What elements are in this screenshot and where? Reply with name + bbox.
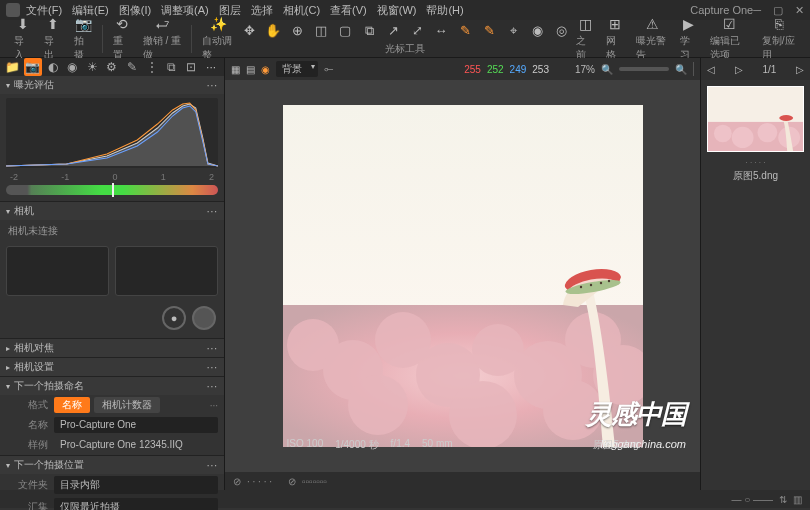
tool-zoom[interactable]: ⊕	[288, 22, 306, 40]
panel-menu[interactable]: ···	[207, 80, 218, 91]
pin-icon[interactable]: ⟜	[324, 63, 334, 75]
camera-status: 相机未连接	[0, 220, 224, 242]
watermark: 灵感中国	[586, 397, 686, 432]
tabs-menu[interactable]: ···	[202, 58, 220, 76]
shutter-button[interactable]	[192, 306, 216, 330]
menu-help[interactable]: 帮助(H)	[426, 3, 463, 18]
image-preview[interactable]	[283, 105, 643, 447]
collection-select[interactable]: 仅限最近拍摄	[54, 498, 218, 510]
browser-counter: 1/1	[762, 64, 776, 75]
play-icon: ▶	[680, 15, 698, 33]
tab-capture[interactable]: 📷	[24, 58, 42, 76]
token-name[interactable]: 名称	[54, 397, 90, 413]
histogram-title: 曝光评估	[14, 78, 54, 92]
tool-hand[interactable]: ✋	[264, 22, 282, 40]
zoom-slider[interactable]	[619, 67, 669, 71]
copy-apply-button[interactable]: ⎘复制/应用	[756, 15, 802, 62]
svg-point-15	[589, 284, 591, 286]
tab-details[interactable]: ⚙	[103, 58, 121, 76]
browser-prev-icon[interactable]: ◁	[707, 64, 715, 75]
tool-crop[interactable]: ◫	[312, 22, 330, 40]
image-metadata: ISO 1001/4000 秒f/1.450 mm原图5.dng	[283, 438, 643, 452]
zoom-value[interactable]: 17%	[575, 64, 595, 75]
exposure-meter[interactable]	[6, 185, 218, 195]
browser-layout-icon[interactable]: ▥	[793, 494, 802, 505]
warning-icon: ⚠	[643, 15, 661, 33]
color-tags[interactable]: ▫▫▫▫▫▫▫	[302, 476, 327, 487]
tokens-menu[interactable]: ···	[210, 400, 218, 411]
name-input[interactable]: Pro-Capture One	[54, 417, 218, 433]
panel-menu[interactable]: ···	[207, 206, 218, 217]
edit-selected-button[interactable]: ☑编辑已选项	[704, 15, 756, 62]
undo-redo-button[interactable]: ⮐撤销 / 重做	[137, 15, 188, 62]
token-counter[interactable]: 相机计数器	[94, 397, 160, 413]
tool-annotate[interactable]: ◎	[552, 22, 570, 40]
tab-styles[interactable]: ✎	[123, 58, 141, 76]
thumb-size-slider[interactable]: — ○ ——	[731, 494, 773, 505]
export-icon: ⬆	[44, 15, 62, 33]
tab-lens[interactable]: ◐	[44, 58, 62, 76]
reset-button[interactable]: ⟲重置	[107, 15, 137, 62]
location-title: 下一个拍摄位置	[14, 458, 84, 472]
menu-view[interactable]: 查看(V)	[330, 3, 367, 18]
record-button[interactable]: ●	[162, 306, 186, 330]
before-button[interactable]: ◫之前	[570, 15, 600, 62]
panel-menu[interactable]: ···	[207, 343, 218, 354]
naming-title: 下一个拍摄命名	[14, 379, 84, 393]
svg-point-24	[779, 115, 793, 121]
tool-brush[interactable]: ✎	[456, 22, 474, 40]
background-select[interactable]: 背景	[276, 61, 318, 77]
panel-menu[interactable]: ···	[207, 362, 218, 373]
svg-point-10	[348, 375, 408, 435]
learn-button[interactable]: ▶学习	[674, 15, 704, 62]
tool-erase[interactable]: ✎	[480, 22, 498, 40]
thumb-rating[interactable]: · · · · ·	[701, 158, 810, 167]
tool-picker[interactable]: ⌖	[504, 22, 522, 40]
menu-window[interactable]: 视窗(W)	[377, 3, 417, 18]
browser-sort-icon[interactable]: ⇅	[779, 494, 787, 505]
menu-select[interactable]: 选择	[251, 3, 273, 18]
tool-keystone[interactable]: ↗	[384, 22, 402, 40]
svg-point-14	[579, 286, 581, 288]
capture-button[interactable]: 📷拍摄	[68, 15, 98, 62]
view-multi-icon[interactable]: ▤	[246, 64, 255, 75]
view-single-icon[interactable]: ▦	[231, 64, 240, 75]
zoom-out-icon[interactable]: 🔍	[601, 64, 613, 75]
menu-camera[interactable]: 相机(C)	[283, 3, 320, 18]
zoom-in-icon[interactable]: 🔍	[675, 64, 687, 75]
grid-icon: ⊞	[606, 15, 624, 33]
rating-stars[interactable]: · · · · ·	[247, 476, 272, 487]
browser-next-icon[interactable]: ▷	[796, 64, 804, 75]
export-button[interactable]: ⬆导出	[38, 15, 68, 62]
grid-button[interactable]: ⊞网格	[600, 15, 630, 62]
tab-batch[interactable]: ⊡	[182, 58, 200, 76]
tool-rect[interactable]: ▢	[336, 22, 354, 40]
warning-button[interactable]: ⚠曝光警告	[630, 15, 674, 62]
tab-exposure[interactable]: ☀	[83, 58, 101, 76]
tab-color[interactable]: ◉	[63, 58, 81, 76]
tab-metadata[interactable]: ⋮	[143, 58, 161, 76]
tool-wb[interactable]: ◉	[528, 22, 546, 40]
tool-mask[interactable]: ⧉	[360, 22, 378, 40]
tool-spot[interactable]: ↔	[432, 22, 450, 40]
preview-box	[6, 246, 109, 296]
auto-adjust-button[interactable]: ✨自动调整	[196, 15, 240, 62]
tool-rotate[interactable]: ⤢	[408, 22, 426, 40]
tab-library[interactable]: 📁	[4, 58, 22, 76]
cursor-tools-label: 光标工具	[385, 42, 425, 56]
panel-menu[interactable]: ···	[207, 460, 218, 471]
thumbnail[interactable]	[707, 86, 804, 152]
browser-play-icon[interactable]: ▷	[735, 64, 743, 75]
panel-menu[interactable]: ···	[207, 381, 218, 392]
thumbnail-name: 原图5.dng	[701, 167, 810, 183]
tool-move[interactable]: ✥	[240, 22, 258, 40]
color-tag-none-icon[interactable]: ⊘	[288, 476, 296, 487]
rating-none-icon[interactable]: ⊘	[233, 476, 241, 487]
tab-output[interactable]: ⧉	[163, 58, 181, 76]
proof-icon[interactable]: ◉	[261, 64, 270, 75]
watermark-url: lingganchina.com	[600, 438, 686, 450]
auto-icon: ✨	[209, 15, 227, 33]
import-button[interactable]: ⬇导入	[8, 15, 38, 62]
folder-select[interactable]: 目录内部	[54, 476, 218, 494]
focus-title: 相机对焦	[14, 341, 54, 355]
